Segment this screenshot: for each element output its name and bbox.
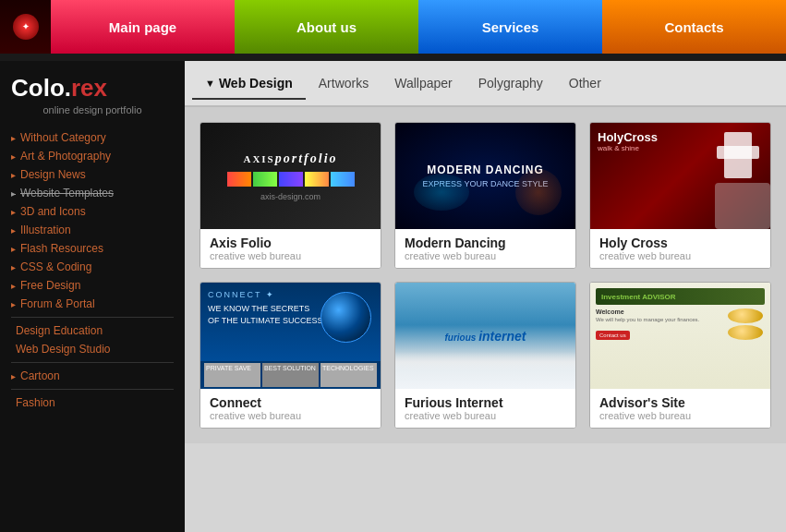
brand-name: Colo. <box>11 74 71 102</box>
item-info: Modern Dancing creative web bureau <box>395 229 575 268</box>
sidebar-item-design-news[interactable]: ▸ Design News <box>11 165 174 184</box>
nav-logo-area: ✦ <box>0 0 51 54</box>
item-title: Holy Cross <box>599 236 761 250</box>
sidebar-item-flash-resources[interactable]: ▸ Flash Resources <box>11 239 174 258</box>
item-subtitle: creative web bureau <box>405 410 566 421</box>
item-title: Modern Dancing <box>405 236 566 250</box>
sidebar-divider2 <box>11 362 174 363</box>
sidebar-item-web-design-studio[interactable]: Web Design Studio <box>11 340 174 358</box>
portfolio-grid: AXISportfolio axis-design.com Axis Folio… <box>185 107 786 443</box>
logo-icon: ✦ <box>13 14 39 40</box>
item-info: Axis Folio creative web bureau <box>200 229 381 268</box>
arrow-icon: ▸ <box>11 170 16 180</box>
nav-main[interactable]: Main page <box>51 0 235 54</box>
main-content: Colo.rex online design portfolio ▸ Witho… <box>0 61 786 532</box>
sidebar-item-website-templates[interactable]: ▸ Website Templates <box>11 184 174 202</box>
item-title: Connect <box>210 395 371 410</box>
item-title: Furious Internet <box>405 395 566 410</box>
item-subtitle: creative web bureau <box>405 250 566 261</box>
nav-services[interactable]: Services <box>418 0 602 54</box>
sidebar-item-without-category[interactable]: ▸ Without Category <box>11 128 174 147</box>
portfolio-item-axis-folio[interactable]: AXISportfolio axis-design.com Axis Folio… <box>200 122 381 269</box>
sidebar-item-css-coding[interactable]: ▸ CSS & Coding <box>11 258 174 276</box>
thumb-furious: furious internet <box>395 283 575 389</box>
item-title: Advisor's Site <box>599 395 761 410</box>
arrow-icon: ▸ <box>11 299 16 309</box>
item-info: Holy Cross creative web bureau <box>590 229 770 268</box>
item-title: Axis Folio <box>210 236 371 250</box>
arrow-icon: ▸ <box>11 371 16 381</box>
thumb-axis: AXISportfolio axis-design.com <box>200 123 381 229</box>
sidebar-item-cartoon[interactable]: ▸ Cartoon <box>11 367 174 385</box>
item-info: Advisor's Site creative web bureau <box>590 389 770 428</box>
sidebar-item-3d-icons[interactable]: ▸ 3D and Icons <box>11 202 174 221</box>
thumb-dancing: MODERN DANCING EXPRESS YOUR DANCE STYLE <box>395 123 575 229</box>
sidebar-divider3 <box>11 389 174 390</box>
arrow-icon: ▸ <box>11 262 16 272</box>
item-info: Furious Internet creative web bureau <box>395 389 575 428</box>
item-subtitle: creative web bureau <box>599 250 761 261</box>
sidebar-item-free-design[interactable]: ▸ Free Design <box>11 276 174 295</box>
arrow-icon: ▸ <box>11 188 16 199</box>
brand-logo: Colo.rex <box>11 74 174 103</box>
nav-about[interactable]: About us <box>235 0 418 54</box>
thumb-holycross: HolyCross walk & shine <box>590 123 770 229</box>
nav-services-label: Services <box>482 19 539 35</box>
sidebar-item-forum-portal[interactable]: ▸ Forum & Portal <box>11 295 174 313</box>
nav-main-label: Main page <box>109 19 176 35</box>
tab-artworks[interactable]: Artworks <box>306 68 381 98</box>
portfolio-item-connect[interactable]: CONNECT ✦ WE KNOW THE SECRETSOF THE ULTI… <box>200 282 381 429</box>
portfolio-item-holy-cross[interactable]: HolyCross walk & shine Holy Cross creati… <box>589 122 771 269</box>
arrow-icon: ▸ <box>11 207 16 217</box>
brand-accent: rex <box>71 74 107 102</box>
category-tabs: ▼ Web Design Artworks Wallpaper Polygrap… <box>185 61 786 107</box>
thumb-connect: CONNECT ✦ WE KNOW THE SECRETSOF THE ULTI… <box>200 283 381 389</box>
sidebar-item-illustration[interactable]: ▸ Illustration <box>11 221 174 239</box>
nav-about-label: About us <box>296 19 357 35</box>
arrow-icon: ▸ <box>11 133 16 143</box>
arrow-icon: ▸ <box>11 244 16 254</box>
sidebar: Colo.rex online design portfolio ▸ Witho… <box>0 61 185 532</box>
nav-contacts-label: Contacts <box>664 19 723 35</box>
tab-polygraphy[interactable]: Polygraphy <box>466 68 556 98</box>
arrow-icon: ▸ <box>11 225 16 236</box>
tab-other[interactable]: Other <box>556 68 614 98</box>
arrow-icon: ▸ <box>11 281 16 291</box>
item-info: Connect creative web bureau <box>200 389 381 428</box>
item-subtitle: creative web bureau <box>599 410 761 421</box>
sidebar-divider <box>11 317 174 318</box>
arrow-icon: ▸ <box>11 151 16 162</box>
top-nav: ✦ Main page About us Services Contacts <box>0 0 786 54</box>
portfolio-item-advisors-site[interactable]: Investment ADVISOR Welcome We will help … <box>589 282 771 429</box>
item-subtitle: creative web bureau <box>210 410 371 421</box>
tab-web-design[interactable]: ▼ Web Design <box>192 68 306 100</box>
item-subtitle: creative web bureau <box>210 250 371 261</box>
portfolio-area: ▼ Web Design Artworks Wallpaper Polygrap… <box>185 61 786 532</box>
sidebar-item-fashion[interactable]: Fashion <box>11 393 174 412</box>
portfolio-item-modern-dancing[interactable]: MODERN DANCING EXPRESS YOUR DANCE STYLE … <box>394 122 576 269</box>
sidebar-item-design-education[interactable]: Design Education <box>11 321 174 340</box>
thumb-advisor: Investment ADVISOR Welcome We will help … <box>590 283 770 389</box>
portfolio-item-furious-internet[interactable]: furious internet Furious Internet creati… <box>394 282 576 429</box>
dropdown-arrow-icon: ▼ <box>205 78 215 89</box>
brand-tagline: online design portfolio <box>11 104 174 115</box>
sidebar-item-art-photography[interactable]: ▸ Art & Photography <box>11 147 174 165</box>
nav-contacts[interactable]: Contacts <box>602 0 786 54</box>
tab-wallpaper[interactable]: Wallpaper <box>381 68 466 98</box>
